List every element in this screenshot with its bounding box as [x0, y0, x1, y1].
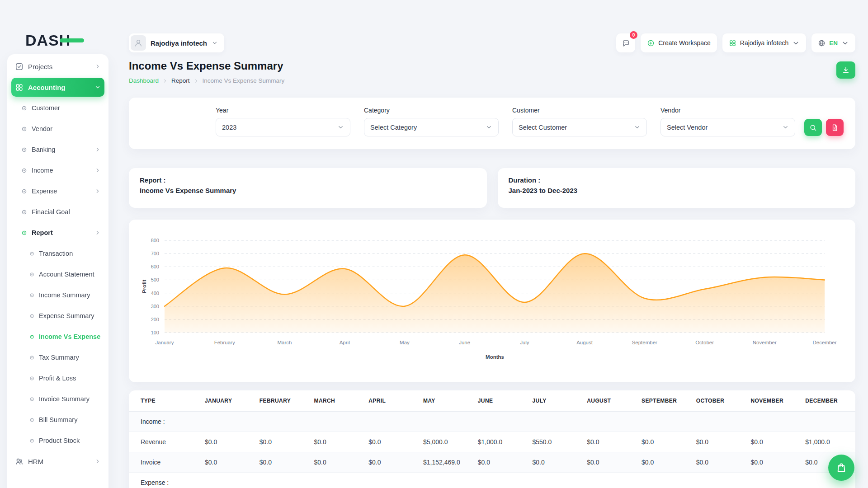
row-label: Income :: [129, 412, 200, 432]
download-icon: [842, 66, 850, 74]
svg-text:Months: Months: [486, 354, 504, 360]
svg-text:500: 500: [151, 277, 159, 282]
badge-icon: [21, 188, 27, 194]
sidebar-item-income-summary[interactable]: Income Summary: [11, 286, 104, 305]
column-header-august: AUGUST: [582, 390, 637, 412]
sidebar-item-customer[interactable]: Customer: [11, 99, 104, 117]
create-workspace-button[interactable]: Create Workspace: [641, 33, 717, 52]
users-icon: [15, 457, 24, 466]
table-row-invoice: Invoice$0.0$0.0$0.0$0.0$1,152,469.0$0.0$…: [129, 452, 855, 473]
year-select-value: 2023: [222, 124, 236, 131]
badge-icon: [29, 397, 34, 402]
sidebar-item-bill-summary[interactable]: Bill Summary: [11, 410, 104, 429]
sidebar-item-accounting[interactable]: Accounting: [11, 78, 104, 97]
column-header-february: FEBRUARY: [255, 390, 310, 412]
cell: $0.0: [364, 452, 419, 473]
report-card-value: Income Vs Expense Summary: [140, 187, 476, 194]
customer-select[interactable]: Select Customer: [512, 118, 647, 136]
sidebar-item-income-vs-expense[interactable]: Income Vs Expense: [11, 327, 104, 346]
svg-text:November: November: [753, 340, 777, 345]
cell: [582, 473, 637, 488]
svg-text:Profit: Profit: [142, 280, 147, 293]
category-field: CategorySelect Category: [364, 107, 499, 136]
account-name: Rajodiya infotech: [740, 39, 788, 47]
sidebar-item-vendor[interactable]: Vendor: [11, 119, 104, 138]
table-row-income: Income :: [129, 412, 855, 432]
cell: [419, 412, 473, 432]
vendor-field: VendorSelect Vendor: [660, 107, 795, 136]
table-row-revenue: Revenue$0.0$0.0$0.0$0.0$5,000.0$1,000.0$…: [129, 432, 855, 452]
chevron-down-icon: [337, 124, 344, 131]
chevron-right-icon: [94, 458, 101, 465]
svg-text:May: May: [400, 340, 410, 345]
badge-icon: [21, 209, 27, 215]
sidebar-item-tax-summary[interactable]: Tax Summary: [11, 348, 104, 367]
badge-icon: [21, 147, 27, 153]
cell: $0.0: [310, 452, 364, 473]
breadcrumb-item-dashboard[interactable]: Dashboard: [129, 77, 159, 84]
language-selector[interactable]: EN: [811, 33, 855, 52]
download-button[interactable]: [836, 61, 855, 79]
chevron-right-icon: [162, 78, 168, 84]
sidebar-item-invoice-summary[interactable]: Invoice Summary: [11, 389, 104, 408]
badge-icon: [21, 126, 27, 132]
page-title: Income Vs Expense Summary: [129, 60, 855, 72]
sidebar-item-report[interactable]: Report: [11, 223, 104, 242]
breadcrumb-item-report[interactable]: Report: [171, 77, 190, 84]
cell: [419, 473, 473, 488]
floating-cart-button[interactable]: [828, 455, 854, 481]
column-header-november: NOVEMBER: [746, 390, 801, 412]
category-select[interactable]: Select Category: [364, 118, 499, 136]
sidebar-item-account-statement[interactable]: Account Statement: [11, 265, 104, 284]
cell: [801, 412, 855, 432]
sidebar-item-hrm[interactable]: HRM: [11, 452, 104, 471]
chevron-right-icon: [94, 230, 101, 236]
row-label: Expense :: [129, 473, 200, 488]
badge-icon: [29, 418, 34, 422]
svg-text:300: 300: [151, 304, 159, 309]
sidebar-item-finacial-goal[interactable]: Finacial Goal: [11, 202, 104, 221]
report-card-title: Report :: [140, 176, 476, 184]
badge-icon: [29, 251, 34, 256]
search-button[interactable]: [804, 119, 822, 136]
sidebar-item-label: Expense Summary: [39, 312, 101, 319]
chevron-right-icon: [94, 146, 101, 153]
svg-text:100: 100: [151, 330, 159, 335]
summary-cards-row: Report : Income Vs Expense Summary Durat…: [129, 168, 855, 208]
cell: [473, 412, 528, 432]
sidebar-item-banking[interactable]: Banking: [11, 140, 104, 159]
vendor-label: Vendor: [660, 107, 795, 114]
cell: [364, 412, 419, 432]
report-info-card: Report : Income Vs Expense Summary: [129, 168, 487, 208]
year-label: Year: [216, 107, 350, 114]
chevron-down-icon: [782, 124, 789, 131]
svg-text:March: March: [277, 340, 292, 345]
sidebar-item-profit-loss[interactable]: Profit & Loss: [11, 369, 104, 388]
sidebar-item-expense[interactable]: Expense: [11, 182, 104, 201]
vendor-select[interactable]: Select Vendor: [660, 118, 795, 136]
cell: $0.0: [692, 452, 746, 473]
messages-button[interactable]: 0: [616, 33, 635, 52]
cell: $0.0: [746, 452, 801, 473]
sidebar-item-label: Finacial Goal: [32, 208, 101, 216]
sidebar-item-label: Product Stock: [39, 437, 101, 444]
sidebar-item-label: Banking: [32, 146, 90, 153]
cell: [473, 473, 528, 488]
column-header-type: TYPE: [129, 390, 200, 412]
messages-badge: 0: [630, 31, 637, 39]
column-header-october: OCTOBER: [692, 390, 746, 412]
sidebar-item-projects[interactable]: Projects: [11, 57, 104, 76]
workspace-selector[interactable]: Rajodiya infotech: [129, 33, 224, 52]
year-select[interactable]: 2023: [216, 118, 350, 136]
sidebar-item-income[interactable]: Income: [11, 161, 104, 180]
sidebar-item-expense-summary[interactable]: Expense Summary: [11, 306, 104, 325]
account-menu-button[interactable]: Rajodiya infotech: [722, 33, 806, 52]
sidebar-item-product-stock[interactable]: Product Stock: [11, 431, 104, 450]
reset-button[interactable]: [826, 119, 844, 136]
badge-icon: [21, 168, 27, 174]
sidebar-item-transaction[interactable]: Transaction: [11, 244, 104, 263]
grid-icon: [15, 83, 24, 92]
cell: $0.0: [637, 432, 692, 452]
cell: $0.0: [582, 432, 637, 452]
sidebar-item-label: Invoice Summary: [39, 395, 101, 403]
